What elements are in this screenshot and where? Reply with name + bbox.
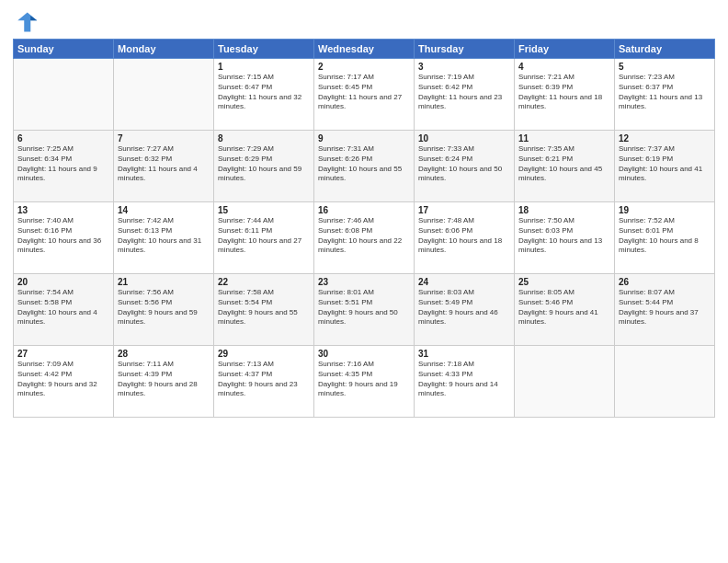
day-number: 29: [218, 349, 310, 359]
day-info: Sunrise: 7:19 AMSunset: 6:42 PMDaylight:…: [418, 73, 510, 112]
calendar-cell: 21 Sunrise: 7:56 AMSunset: 5:56 PMDaylig…: [114, 274, 214, 346]
day-number: 6: [17, 133, 109, 144]
weekday-header: Monday: [114, 40, 214, 59]
calendar-week-row: 27 Sunrise: 7:09 AMSunset: 4:42 PMDaylig…: [14, 346, 715, 418]
calendar-table: SundayMondayTuesdayWednesdayThursdayFrid…: [13, 39, 715, 418]
calendar-cell: [615, 346, 715, 418]
day-info: Sunrise: 7:35 AMSunset: 6:21 PMDaylight:…: [518, 144, 610, 184]
day-number: 4: [518, 62, 610, 72]
day-number: 1: [218, 62, 310, 72]
calendar-week-row: 13 Sunrise: 7:40 AMSunset: 6:16 PMDaylig…: [14, 202, 715, 274]
calendar-cell: 1 Sunrise: 7:15 AMSunset: 6:47 PMDayligh…: [214, 59, 314, 131]
day-number: 27: [17, 349, 109, 359]
day-number: 12: [619, 133, 711, 144]
calendar-cell: 31 Sunrise: 7:18 AMSunset: 4:33 PMDaylig…: [415, 346, 515, 418]
calendar-cell: 6 Sunrise: 7:25 AMSunset: 6:34 PMDayligh…: [14, 131, 114, 202]
day-number: 30: [318, 349, 410, 359]
day-info: Sunrise: 7:25 AMSunset: 6:34 PMDaylight:…: [17, 144, 109, 184]
calendar-cell: [114, 59, 214, 131]
calendar-cell: [515, 346, 615, 418]
calendar-cell: 29 Sunrise: 7:13 AMSunset: 4:37 PMDaylig…: [214, 346, 314, 418]
calendar-cell: 9 Sunrise: 7:31 AMSunset: 6:26 PMDayligh…: [314, 131, 415, 202]
day-info: Sunrise: 7:16 AMSunset: 4:35 PMDaylight:…: [318, 360, 410, 399]
day-number: 20: [17, 277, 109, 287]
calendar-cell: 4 Sunrise: 7:21 AMSunset: 6:39 PMDayligh…: [515, 59, 615, 131]
calendar-cell: 14 Sunrise: 7:42 AMSunset: 6:13 PMDaylig…: [114, 202, 214, 274]
day-number: 24: [418, 277, 510, 287]
day-number: 31: [418, 349, 510, 359]
calendar-cell: 10 Sunrise: 7:33 AMSunset: 6:24 PMDaylig…: [415, 131, 515, 202]
day-info: Sunrise: 7:48 AMSunset: 6:06 PMDaylight:…: [418, 216, 510, 256]
calendar-cell: 22 Sunrise: 7:58 AMSunset: 5:54 PMDaylig…: [214, 274, 314, 346]
logo: [13, 9, 42, 35]
day-info: Sunrise: 7:37 AMSunset: 6:19 PMDaylight:…: [619, 144, 711, 184]
day-number: 25: [518, 277, 610, 287]
svg-marker-0: [17, 13, 37, 32]
calendar-cell: 15 Sunrise: 7:44 AMSunset: 6:11 PMDaylig…: [214, 202, 314, 274]
calendar-cell: 16 Sunrise: 7:46 AMSunset: 6:08 PMDaylig…: [314, 202, 415, 274]
day-info: Sunrise: 7:58 AMSunset: 5:54 PMDaylight:…: [218, 288, 310, 327]
day-info: Sunrise: 8:07 AMSunset: 5:44 PMDaylight:…: [619, 288, 711, 327]
day-number: 5: [619, 62, 711, 72]
day-number: 26: [619, 277, 711, 287]
day-info: Sunrise: 7:40 AMSunset: 6:16 PMDaylight:…: [17, 216, 109, 256]
day-info: Sunrise: 7:11 AMSunset: 4:39 PMDaylight:…: [118, 360, 210, 399]
calendar-week-row: 20 Sunrise: 7:54 AMSunset: 5:58 PMDaylig…: [14, 274, 715, 346]
logo-icon: [13, 9, 39, 35]
page-container: SundayMondayTuesdayWednesdayThursdayFrid…: [0, 0, 728, 423]
day-number: 23: [318, 277, 410, 287]
weekday-header: Tuesday: [214, 40, 314, 59]
day-number: 13: [17, 205, 109, 215]
calendar-cell: 13 Sunrise: 7:40 AMSunset: 6:16 PMDaylig…: [14, 202, 114, 274]
day-number: 9: [318, 133, 410, 144]
calendar-cell: 12 Sunrise: 7:37 AMSunset: 6:19 PMDaylig…: [615, 131, 715, 202]
day-info: Sunrise: 7:18 AMSunset: 4:33 PMDaylight:…: [418, 360, 510, 399]
weekday-header: Friday: [515, 40, 615, 59]
calendar-cell: 27 Sunrise: 7:09 AMSunset: 4:42 PMDaylig…: [14, 346, 114, 418]
day-info: Sunrise: 7:21 AMSunset: 6:39 PMDaylight:…: [518, 73, 610, 112]
day-number: 14: [118, 205, 210, 215]
calendar-cell: 3 Sunrise: 7:19 AMSunset: 6:42 PMDayligh…: [415, 59, 515, 131]
calendar-cell: 2 Sunrise: 7:17 AMSunset: 6:45 PMDayligh…: [314, 59, 415, 131]
day-info: Sunrise: 7:09 AMSunset: 4:42 PMDaylight:…: [17, 360, 109, 399]
day-info: Sunrise: 7:50 AMSunset: 6:03 PMDaylight:…: [518, 216, 610, 256]
day-number: 11: [518, 133, 610, 144]
day-number: 28: [118, 349, 210, 359]
calendar-cell: 28 Sunrise: 7:11 AMSunset: 4:39 PMDaylig…: [114, 346, 214, 418]
weekday-header: Thursday: [415, 40, 515, 59]
day-number: 7: [118, 133, 210, 144]
calendar-cell: 19 Sunrise: 7:52 AMSunset: 6:01 PMDaylig…: [615, 202, 715, 274]
calendar-cell: 11 Sunrise: 7:35 AMSunset: 6:21 PMDaylig…: [515, 131, 615, 202]
calendar-cell: 30 Sunrise: 7:16 AMSunset: 4:35 PMDaylig…: [314, 346, 415, 418]
day-info: Sunrise: 7:44 AMSunset: 6:11 PMDaylight:…: [218, 216, 310, 256]
day-number: 21: [118, 277, 210, 287]
calendar-week-row: 6 Sunrise: 7:25 AMSunset: 6:34 PMDayligh…: [14, 131, 715, 202]
weekday-header: Wednesday: [314, 40, 415, 59]
calendar-cell: 20 Sunrise: 7:54 AMSunset: 5:58 PMDaylig…: [14, 274, 114, 346]
day-number: 16: [318, 205, 410, 215]
calendar-cell: 18 Sunrise: 7:50 AMSunset: 6:03 PMDaylig…: [515, 202, 615, 274]
day-info: Sunrise: 7:27 AMSunset: 6:32 PMDaylight:…: [118, 144, 210, 184]
calendar-week-row: 1 Sunrise: 7:15 AMSunset: 6:47 PMDayligh…: [14, 59, 715, 131]
calendar-cell: 8 Sunrise: 7:29 AMSunset: 6:29 PMDayligh…: [214, 131, 314, 202]
weekday-header: Saturday: [615, 40, 715, 59]
day-info: Sunrise: 8:01 AMSunset: 5:51 PMDaylight:…: [318, 288, 410, 327]
day-info: Sunrise: 7:56 AMSunset: 5:56 PMDaylight:…: [118, 288, 210, 327]
day-number: 8: [218, 133, 310, 144]
weekday-header-row: SundayMondayTuesdayWednesdayThursdayFrid…: [14, 40, 715, 59]
day-info: Sunrise: 7:15 AMSunset: 6:47 PMDaylight:…: [218, 73, 310, 112]
day-number: 15: [218, 205, 310, 215]
calendar-cell: 17 Sunrise: 7:48 AMSunset: 6:06 PMDaylig…: [415, 202, 515, 274]
day-number: 22: [218, 277, 310, 287]
calendar-cell: 7 Sunrise: 7:27 AMSunset: 6:32 PMDayligh…: [114, 131, 214, 202]
day-info: Sunrise: 7:13 AMSunset: 4:37 PMDaylight:…: [218, 360, 310, 399]
day-number: 10: [418, 133, 510, 144]
day-number: 18: [518, 205, 610, 215]
day-info: Sunrise: 8:05 AMSunset: 5:46 PMDaylight:…: [518, 288, 610, 327]
day-number: 17: [418, 205, 510, 215]
weekday-header: Sunday: [14, 40, 114, 59]
day-info: Sunrise: 7:23 AMSunset: 6:37 PMDaylight:…: [619, 73, 711, 112]
calendar-cell: 5 Sunrise: 7:23 AMSunset: 6:37 PMDayligh…: [615, 59, 715, 131]
calendar-cell: 25 Sunrise: 8:05 AMSunset: 5:46 PMDaylig…: [515, 274, 615, 346]
day-number: 3: [418, 62, 510, 72]
